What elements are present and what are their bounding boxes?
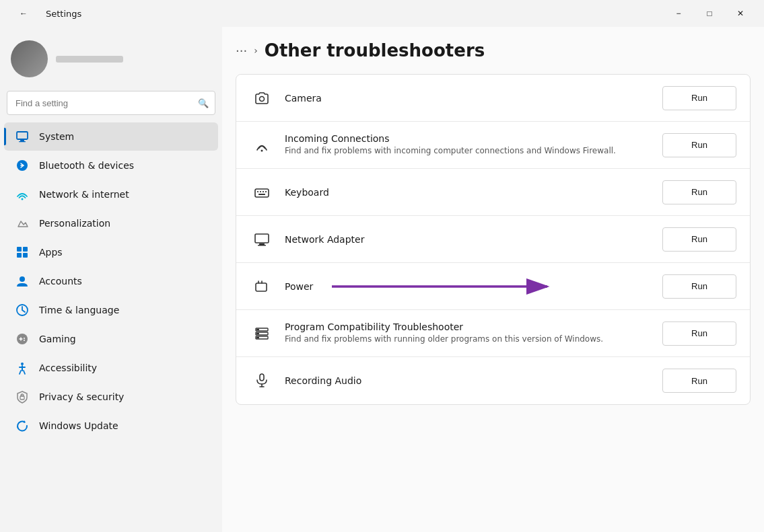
trouble-info-compat: Program Compatibility Troubleshooter Fin… [285, 321, 652, 345]
run-button-network-adapter[interactable]: Run [662, 227, 736, 252]
close-button[interactable]: ✕ [725, 3, 756, 24]
sidebar-item-label-accounts: Accounts [39, 276, 82, 287]
minimize-icon: − [676, 9, 681, 18]
user-profile[interactable] [0, 27, 222, 88]
user-name-label [56, 56, 123, 63]
power-icon [250, 274, 274, 299]
svg-rect-21 [263, 191, 264, 192]
svg-point-17 [261, 149, 263, 151]
sidebar-nav: System Bluetooth & devices [0, 122, 222, 441]
svg-rect-33 [256, 329, 259, 330]
apps-icon [15, 245, 30, 260]
run-button-compat[interactable]: Run [662, 321, 736, 346]
svg-rect-19 [257, 191, 258, 192]
table-row: Power Run [236, 263, 750, 310]
accessibility-icon [15, 360, 30, 375]
trouble-desc-compat: Find and fix problems with running older… [285, 334, 652, 345]
troubleshooter-list: Camera Run Incoming Connections Find and… [236, 74, 751, 405]
sidebar-item-update[interactable]: Windows Update [4, 412, 218, 440]
trouble-name-keyboard: Keyboard [285, 187, 652, 198]
sidebar-item-label-time: Time & language [39, 305, 119, 315]
sidebar-item-label-accessibility: Accessibility [39, 363, 97, 373]
page-title: Other troubleshooters [265, 40, 485, 61]
svg-rect-15 [20, 396, 24, 400]
network-adapter-icon [250, 227, 274, 252]
recording-audio-icon [250, 369, 274, 393]
sidebar-item-bluetooth[interactable]: Bluetooth & devices [4, 151, 218, 180]
sidebar-item-label-personalization: Personalization [39, 218, 110, 229]
search-icon: 🔍 [198, 98, 209, 108]
trouble-info-network-adapter: Network Adapter [285, 234, 652, 245]
sidebar-item-system[interactable]: System [4, 122, 218, 151]
sidebar-item-label-network: Network & internet [39, 189, 129, 200]
sidebar-item-accessibility[interactable]: Accessibility [4, 354, 218, 382]
svg-rect-26 [258, 245, 266, 246]
svg-rect-20 [260, 191, 261, 192]
trouble-info-incoming: Incoming Connections Find and fix proble… [285, 133, 652, 157]
table-row: Recording Audio Run [236, 357, 750, 404]
sidebar-item-accounts[interactable]: Accounts [4, 267, 218, 295]
trouble-desc-incoming: Find and fix problems with incoming comp… [285, 145, 652, 157]
title-bar-title: Settings [46, 9, 81, 19]
trouble-info-keyboard: Keyboard [285, 187, 652, 198]
svg-rect-0 [17, 132, 28, 139]
svg-rect-23 [258, 194, 265, 195]
maximize-icon: □ [707, 9, 711, 18]
svg-rect-35 [256, 337, 259, 338]
back-button[interactable]: ← [8, 3, 39, 24]
svg-rect-36 [260, 374, 264, 381]
breadcrumb-chevron: › [254, 45, 258, 56]
svg-rect-8 [23, 253, 28, 258]
svg-rect-27 [256, 283, 267, 291]
table-row: Incoming Connections Find and fix proble… [236, 122, 750, 169]
maximize-button[interactable]: □ [694, 3, 725, 24]
trouble-info-power: Power [285, 281, 652, 292]
table-row: Program Compatibility Troubleshooter Fin… [236, 310, 750, 357]
svg-rect-25 [259, 243, 265, 245]
sidebar-item-time[interactable]: Time & language [4, 296, 218, 324]
search-input[interactable] [7, 91, 215, 115]
sidebar-item-gaming[interactable]: Gaming [4, 325, 218, 353]
trouble-info-camera: Camera [285, 93, 652, 104]
title-bar: ← Settings − □ ✕ [0, 0, 764, 27]
sidebar-item-label-bluetooth: Bluetooth & devices [39, 160, 134, 171]
system-icon [15, 129, 30, 144]
incoming-connections-icon [250, 133, 274, 157]
back-icon: ← [20, 9, 28, 18]
svg-rect-2 [19, 141, 26, 142]
run-button-recording[interactable]: Run [662, 369, 736, 393]
run-button-incoming[interactable]: Run [662, 133, 736, 157]
time-icon [15, 303, 30, 317]
sidebar-item-privacy[interactable]: Privacy & security [4, 383, 218, 411]
keyboard-icon [250, 180, 274, 204]
sidebar-item-personalization[interactable]: Personalization [4, 209, 218, 237]
accounts-icon [15, 274, 30, 289]
update-icon [15, 418, 30, 433]
run-button-keyboard[interactable]: Run [662, 180, 736, 204]
minimize-button[interactable]: − [663, 3, 694, 24]
trouble-name-recording: Recording Audio [285, 375, 652, 386]
sidebar-item-apps[interactable]: Apps [4, 238, 218, 266]
run-button-power[interactable]: Run [662, 274, 736, 299]
table-row: Network Adapter Run [236, 216, 750, 263]
svg-rect-34 [256, 333, 259, 334]
trouble-name-incoming: Incoming Connections [285, 133, 652, 144]
svg-rect-5 [17, 247, 22, 252]
svg-rect-7 [17, 253, 22, 258]
trouble-name-network-adapter: Network Adapter [285, 234, 652, 245]
svg-point-12 [24, 338, 25, 339]
trouble-name-compat: Program Compatibility Troubleshooter [285, 321, 652, 332]
title-bar-controls: − □ ✕ [663, 3, 756, 24]
sidebar-item-network[interactable]: Network & internet [4, 180, 218, 208]
trouble-name-camera: Camera [285, 93, 652, 104]
sidebar-item-label-gaming: Gaming [39, 334, 76, 344]
privacy-icon [15, 389, 30, 404]
breadcrumb-dots[interactable]: ··· [236, 44, 247, 58]
network-icon [15, 187, 30, 202]
trouble-info-recording: Recording Audio [285, 375, 652, 386]
sidebar-item-label-update: Windows Update [39, 420, 118, 431]
run-button-camera[interactable]: Run [662, 86, 736, 110]
program-compat-icon [250, 321, 274, 346]
sidebar-item-label-system: System [39, 131, 74, 142]
content-area: ··· › Other troubleshooters Camera Run [222, 27, 764, 532]
